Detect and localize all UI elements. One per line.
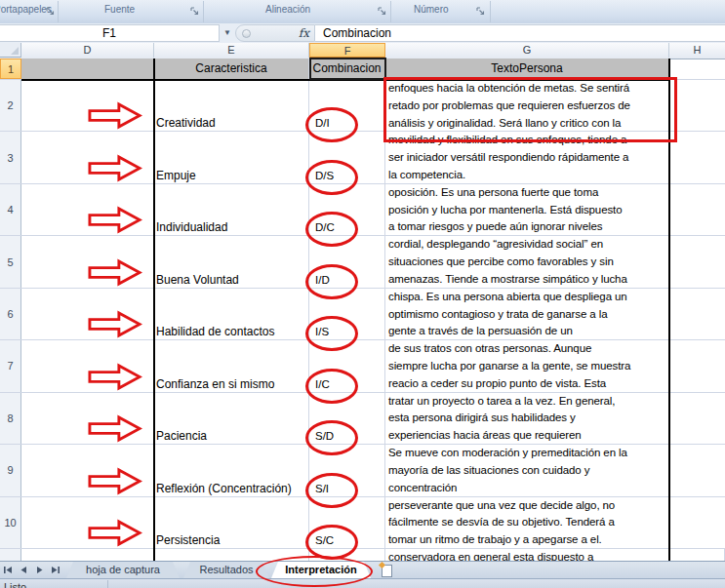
caracteristica-label: Reflexión (Concentración) (156, 482, 292, 495)
cell-h5[interactable] (669, 236, 725, 287)
textopersona-line: conservadora en general esta dispuesto a (385, 549, 668, 561)
row-header-10[interactable]: 10 (0, 497, 21, 548)
dialog-launcher-icon[interactable] (189, 6, 200, 17)
cell-e6[interactable]: Habilidad de contactos (154, 289, 309, 339)
cell-e9[interactable]: Reflexión (Concentración) (154, 445, 309, 495)
status-text: Listo (4, 581, 26, 588)
textopersona-line: fácilmente se desvía de su objetivo. Ten… (385, 514, 668, 531)
cell-e1-caracteristica[interactable]: Caracteristica (154, 59, 309, 79)
textopersona-line: reacio a ceder su propio punto de vista.… (385, 375, 668, 392)
cell-d11[interactable] (21, 549, 154, 561)
column-header-g[interactable]: G (385, 43, 669, 58)
last-sheet-button[interactable] (49, 564, 61, 576)
textopersona-line: Se mueve con moderación y premeditación … (385, 445, 668, 462)
cell-g5[interactable]: cordial, desplegando “agresividad social… (385, 236, 669, 287)
column-header-d[interactable]: D (21, 43, 154, 58)
textopersona-line: tomar un ritmo de trabajo y a apegarse a… (385, 531, 668, 548)
cell-e5[interactable]: Buena Voluntad (154, 236, 309, 287)
textopersona-line: concentración (385, 480, 668, 496)
row-header-9[interactable]: 9 (0, 445, 21, 495)
ribbon-divider (490, 1, 491, 22)
cell-g4[interactable]: oposición. Es una persona fuerte que tom… (385, 184, 669, 235)
cell-g1-textopersona[interactable]: TextoPersona (385, 59, 669, 79)
circled-combinacion-annotation (305, 369, 358, 404)
cell-h3[interactable] (669, 132, 725, 182)
caracteristica-label: Confianza en si mismo (156, 377, 274, 391)
row-header-7[interactable]: 7 (0, 340, 21, 391)
sheet-tab-hoja-de-captura[interactable]: hoja de captura (66, 562, 180, 578)
textopersona-line: gente a través de la persuasión de un (385, 323, 668, 339)
circled-tab-annotation (256, 556, 373, 587)
caracteristica-label: Empuje (156, 169, 196, 182)
cell-e4[interactable]: Individualidad (154, 184, 309, 235)
textopersona-line: mayoría de las situaciones con cuidado y (385, 462, 668, 480)
select-all-corner[interactable] (0, 43, 21, 58)
row-header-5[interactable]: 5 (0, 236, 21, 287)
cell-g7[interactable]: de sus tratos con otras personas. Aunque… (385, 340, 669, 391)
cell-g10[interactable]: perseverante que una vez que decide algo… (385, 497, 669, 548)
cell-h6[interactable] (669, 289, 725, 339)
cell-h7[interactable] (669, 340, 725, 391)
table-row-partial: conservadora en general esta dispuesto a (0, 549, 725, 561)
column-header-e[interactable]: E (154, 43, 309, 58)
previous-sheet-button[interactable] (18, 564, 30, 576)
insert-function-icon[interactable]: fx (299, 26, 309, 40)
cell-g6[interactable]: chispa. Es una persona abierta que despl… (385, 289, 669, 339)
textopersona-line: de sus tratos con otras personas. Aunque (385, 340, 668, 358)
cell-h4[interactable] (669, 184, 725, 235)
cell-h8[interactable] (669, 393, 725, 444)
row-header-2[interactable]: 2 (0, 80, 21, 131)
cell-g8[interactable]: tratar un proyecto o tarea a la vez. En … (385, 393, 669, 444)
cell-d1[interactable] (21, 59, 154, 79)
cell-g9[interactable]: Se mueve con moderación y premeditación … (385, 445, 669, 495)
row-header-4[interactable]: 4 (0, 184, 21, 235)
row-header-11[interactable] (0, 549, 21, 561)
cell-e10[interactable]: Persistencia (154, 497, 309, 548)
row-header-6[interactable]: 6 (0, 289, 21, 339)
column-header-f[interactable]: F (309, 43, 385, 58)
ribbon-divider (390, 1, 391, 22)
cell-e3[interactable]: Empuje (154, 132, 309, 182)
row-header-8[interactable]: 8 (0, 393, 21, 444)
formula-bar-circle (242, 29, 251, 38)
ribbon-group-alineacion: Alineación (265, 4, 310, 15)
new-sheet-icon (382, 565, 392, 577)
circled-combinacion-annotation (305, 420, 358, 455)
cell-e2[interactable]: Creatividad (154, 80, 309, 131)
cell-h11[interactable] (669, 549, 725, 561)
textopersona-line: posición y lucha por mantenerla. Está di… (385, 202, 668, 219)
cell-e7[interactable]: Confianza en si mismo (154, 340, 309, 391)
circled-combinacion-annotation (305, 473, 358, 508)
dialog-launcher-icon[interactable] (45, 6, 56, 17)
formula-input[interactable]: Combinacion (315, 24, 725, 42)
cell-h2[interactable] (669, 80, 725, 131)
name-box-dropdown-icon[interactable]: ▼ (221, 24, 234, 42)
cell-g11[interactable]: conservadora en general esta dispuesto a (385, 549, 669, 561)
cell-h10[interactable] (669, 497, 725, 548)
red-arrow-annotation (88, 519, 142, 547)
dialog-launcher-icon[interactable] (377, 6, 387, 17)
tab-nav-buttons (2, 564, 61, 576)
row-header-1[interactable]: 1 (0, 59, 21, 79)
ribbon-group-portapapeles: Portapapeles (0, 4, 52, 15)
textopersona-line: situaciones que percibe como favorables … (385, 254, 668, 271)
dialog-launcher-icon[interactable] (475, 6, 486, 17)
name-box[interactable]: F1 (0, 24, 220, 42)
textopersona-line: perseverante que una vez que decide algo… (385, 497, 668, 515)
cell-h9[interactable] (669, 445, 725, 495)
caracteristica-label: Persistencia (156, 533, 220, 547)
highlight-box-g2 (383, 77, 677, 142)
circled-combinacion-annotation (305, 264, 358, 299)
textopersona-line: chispa. Es una persona abierta que despl… (385, 289, 668, 306)
column-header-h[interactable]: H (669, 43, 725, 58)
row-header-3[interactable]: 3 (0, 132, 21, 182)
red-arrow-annotation (88, 101, 142, 130)
red-arrow-annotation (88, 154, 142, 182)
next-sheet-button[interactable] (33, 564, 46, 576)
cell-e8[interactable]: Paciencia (154, 393, 309, 444)
sheet-tab-label: Resultados (190, 564, 262, 575)
caracteristica-label: Creatividad (156, 116, 216, 130)
first-sheet-button[interactable] (2, 564, 15, 576)
red-arrow-annotation (88, 363, 142, 391)
cell-h1[interactable] (669, 59, 725, 79)
